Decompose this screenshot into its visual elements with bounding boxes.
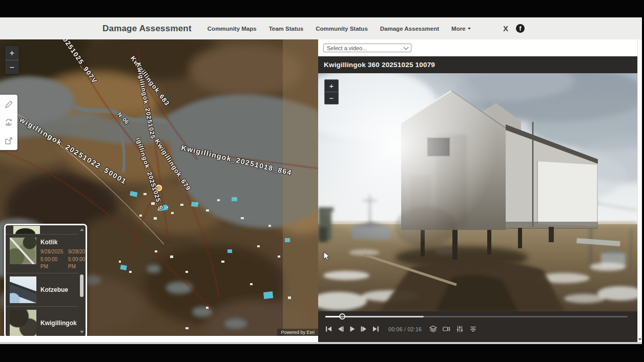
list-item-partial[interactable] — [6, 225, 78, 234]
nav-team-status[interactable]: Team Status — [269, 26, 304, 32]
skip-to-end-button[interactable] — [372, 326, 379, 332]
nav-community-status[interactable]: Community Status — [316, 26, 368, 32]
map-zoom-out-button[interactable]: − — [5, 60, 19, 74]
video-zoom-out-button[interactable]: − — [325, 92, 338, 104]
app-header: Damage Assessment Community Maps Team St… — [0, 17, 642, 39]
video-still-frame — [318, 73, 637, 311]
video-select-row: Select a video... — [318, 39, 637, 56]
community-list: Kotlik 9/28/2025 5:00:00 PM 9/28/2025 5:… — [6, 225, 86, 336]
content-row: wigillingok_20251022_50001 20251025_907V… — [0, 39, 642, 342]
video-title-bar: Kwigillingok 360 20251025 10079 — [318, 56, 637, 73]
video-select[interactable]: Select a video... — [323, 44, 411, 52]
refresh-a-icon — [4, 117, 14, 127]
thumbnail — [10, 238, 36, 264]
thumbnail — [10, 310, 36, 336]
list-item-kwigillingok[interactable]: Kwigillingok — [6, 306, 78, 336]
share-icon — [4, 136, 14, 146]
export-share-button[interactable] — [4, 136, 14, 146]
video-zoom-control: + − — [324, 79, 339, 104]
timeline-list-button[interactable] — [469, 325, 477, 333]
thumbnail — [10, 276, 36, 303]
filter-sliders-icon — [456, 325, 464, 333]
map-zoom-control: + − — [5, 46, 19, 74]
list-item-kotlik[interactable]: Kotlik 9/28/2025 5:00:00 PM 9/28/2025 5:… — [6, 234, 78, 273]
thumbnail — [13, 226, 40, 234]
sketch-pencil-button[interactable] — [4, 99, 14, 109]
timeline-knob[interactable] — [339, 313, 345, 320]
map-tool-panel — [0, 95, 17, 150]
scroll-down-icon[interactable] — [80, 331, 84, 333]
list-scrollbar[interactable] — [78, 226, 85, 336]
imagery-tile-edge — [283, 39, 318, 336]
video-frame[interactable]: + − — [318, 73, 637, 311]
play-button[interactable] — [349, 326, 356, 332]
start-date: 9/28/2025 5:00:00 PM — [40, 248, 64, 270]
video-zoom-in-button[interactable]: + — [325, 80, 338, 92]
map-zoom-in-button[interactable]: + — [5, 46, 19, 60]
app-title: Damage Assessment — [102, 24, 192, 34]
social-links: X f — [503, 24, 525, 33]
map-pane: wigillingok_20251022_50001 20251025_907V… — [0, 39, 318, 342]
skip-start-icon — [325, 326, 332, 332]
nav-more[interactable]: More — [451, 26, 470, 32]
video-camera-icon — [443, 325, 450, 333]
facebook-icon[interactable]: f — [516, 24, 525, 33]
select-chevron-icon — [404, 45, 409, 50]
step-back-button[interactable] — [337, 326, 344, 332]
letterbox-top — [0, 0, 644, 17]
list-item-title: Kotzebue — [40, 286, 68, 293]
page: Damage Assessment Community Maps Team St… — [0, 0, 644, 362]
main-nav: Community Maps Team Status Community Sta… — [207, 26, 471, 32]
list-item-kotzebue[interactable]: Kotzebue — [6, 273, 78, 306]
video-pane: Select a video... Kwigillingok 360 20251… — [318, 39, 637, 342]
caret-down-icon — [468, 28, 471, 30]
playback-controls: 00:06 / 02:16 — [325, 325, 477, 333]
list-item-title: Kwigillingok — [40, 320, 77, 327]
camera-button[interactable] — [443, 325, 450, 333]
time-display: 00:06 / 02:16 — [388, 326, 422, 332]
map-canvas[interactable]: wigillingok_20251022_50001 20251025_907V… — [0, 39, 318, 336]
layers-icon — [429, 325, 437, 333]
timeline-track[interactable] — [325, 316, 628, 317]
video-select-value: Select a video... — [327, 45, 367, 51]
lines-list-icon — [469, 325, 477, 333]
app-window: Damage Assessment Community Maps Team St… — [0, 17, 642, 344]
step-forward-button[interactable] — [361, 326, 367, 332]
adjustments-button[interactable] — [456, 325, 464, 333]
video-controls: 00:06 / 02:16 — [318, 311, 637, 342]
nav-community-maps[interactable]: Community Maps — [207, 26, 257, 32]
scroll-down-icon[interactable] — [638, 338, 641, 340]
community-list-items: Kotlik 9/28/2025 5:00:00 PM 9/28/2025 5:… — [6, 225, 78, 336]
auto-refresh-button[interactable] — [4, 117, 14, 127]
scrollbar-thumb[interactable] — [80, 274, 84, 297]
pencil-icon — [4, 99, 14, 109]
page-scrollbar[interactable] — [637, 39, 642, 342]
x-twitter-icon[interactable]: X — [503, 24, 508, 33]
layers-button[interactable] — [429, 325, 437, 333]
below-map-gap — [0, 336, 318, 342]
step-forward-icon — [361, 326, 367, 332]
letterbox-bottom — [0, 344, 644, 362]
esri-attribution: Powered by Esri — [277, 329, 318, 336]
step-back-icon — [337, 326, 344, 332]
play-icon — [349, 326, 356, 332]
nav-more-label: More — [451, 26, 465, 32]
nav-damage-assessment[interactable]: Damage Assessment — [380, 26, 439, 32]
skip-to-start-button[interactable] — [325, 326, 332, 332]
skip-end-icon — [372, 326, 379, 332]
scroll-up-icon[interactable] — [80, 228, 84, 231]
community-list-card: Kotlik 9/28/2025 5:00:00 PM 9/28/2025 5:… — [4, 224, 87, 336]
